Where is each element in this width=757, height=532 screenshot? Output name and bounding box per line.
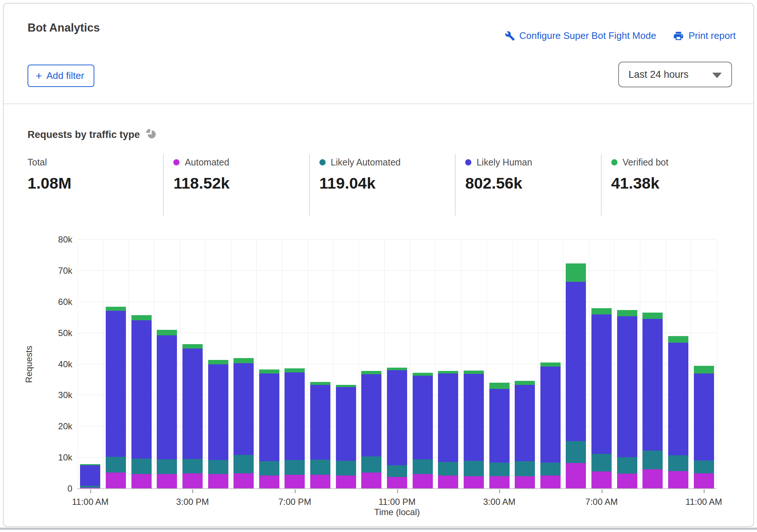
- bar-segment-automated[interactable]: [438, 475, 458, 489]
- bar-segment-likely-human[interactable]: [233, 363, 254, 455]
- bar-segment-automated[interactable]: [617, 474, 637, 489]
- stat-likely-human[interactable]: Likely Human802.56k: [455, 154, 601, 216]
- bar-segment-verified-bot[interactable]: [642, 313, 663, 318]
- bar-segment-likely-human[interactable]: [259, 374, 279, 461]
- bar-segment-automated[interactable]: [259, 475, 279, 489]
- bar-100am[interactable]: [438, 371, 458, 489]
- bar-segment-likely-human[interactable]: [566, 282, 586, 441]
- bar-segment-verified-bot[interactable]: [694, 366, 714, 374]
- add-filter-button[interactable]: + Add filter: [28, 65, 94, 87]
- bar-1100pm[interactable]: [387, 368, 407, 489]
- bar-segment-likely-automated[interactable]: [668, 455, 688, 471]
- bar-segment-automated[interactable]: [489, 476, 510, 489]
- bar-segment-likely-human[interactable]: [489, 389, 510, 462]
- bar-200am[interactable]: [464, 371, 484, 489]
- bar-800pm[interactable]: [310, 382, 330, 489]
- bar-segment-likely-human[interactable]: [464, 374, 484, 461]
- bar-segment-verified-bot[interactable]: [208, 360, 228, 364]
- bar-300am[interactable]: [489, 383, 510, 489]
- bar-700pm[interactable]: [285, 368, 305, 489]
- bar-segment-likely-automated[interactable]: [566, 441, 586, 463]
- bar-segment-automated[interactable]: [208, 474, 228, 489]
- bar-segment-automated[interactable]: [361, 473, 381, 489]
- bar-segment-automated[interactable]: [131, 474, 152, 489]
- bar-segment-likely-automated[interactable]: [464, 461, 484, 476]
- bar-segment-verified-bot[interactable]: [106, 307, 126, 311]
- bar-segment-verified-bot[interactable]: [668, 336, 688, 343]
- bar-segment-automated[interactable]: [413, 474, 433, 489]
- bar-600pm[interactable]: [259, 369, 279, 489]
- bar-1200pm[interactable]: [106, 307, 126, 489]
- bar-1100am[interactable]: [80, 464, 100, 489]
- bar-segment-verified-bot[interactable]: [131, 315, 152, 320]
- bar-segment-automated[interactable]: [540, 475, 561, 489]
- bar-segment-likely-automated[interactable]: [157, 459, 177, 474]
- bar-segment-verified-bot[interactable]: [438, 371, 458, 374]
- bar-segment-automated[interactable]: [157, 474, 177, 489]
- bar-segment-automated[interactable]: [668, 471, 688, 489]
- bar-segment-automated[interactable]: [233, 473, 254, 489]
- bar-segment-automated[interactable]: [515, 476, 535, 489]
- print-report-link[interactable]: Print report: [673, 30, 736, 41]
- bar-segment-likely-automated[interactable]: [259, 461, 279, 475]
- bar-segment-likely-human[interactable]: [591, 314, 612, 454]
- bar-800am[interactable]: [617, 310, 637, 489]
- bar-segment-likely-human[interactable]: [157, 335, 177, 460]
- bar-segment-likely-human[interactable]: [361, 374, 381, 456]
- bar-segment-likely-human[interactable]: [413, 376, 433, 459]
- bar-segment-likely-human[interactable]: [208, 364, 228, 460]
- bar-segment-verified-bot[interactable]: [464, 371, 484, 374]
- bar-segment-likely-automated[interactable]: [336, 461, 356, 475]
- bar-segment-verified-bot[interactable]: [591, 308, 612, 314]
- bar-segment-likely-automated[interactable]: [361, 456, 381, 473]
- bar-segment-verified-bot[interactable]: [361, 371, 381, 374]
- bar-segment-likely-human[interactable]: [285, 372, 305, 460]
- bar-segment-automated[interactable]: [591, 471, 612, 489]
- bar-segment-automated[interactable]: [387, 477, 407, 489]
- bar-segment-automated[interactable]: [182, 473, 203, 489]
- bar-segment-verified-bot[interactable]: [566, 263, 586, 282]
- bar-segment-verified-bot[interactable]: [310, 382, 330, 385]
- bar-segment-likely-automated[interactable]: [642, 451, 663, 469]
- bar-segment-likely-automated[interactable]: [438, 462, 458, 475]
- time-range-dropdown[interactable]: Last 24 hours: [618, 62, 732, 87]
- bar-segment-likely-human[interactable]: [310, 385, 330, 460]
- bar-segment-likely-human[interactable]: [694, 374, 714, 460]
- bar-900pm[interactable]: [336, 385, 356, 489]
- bar-segment-verified-bot[interactable]: [233, 358, 254, 363]
- stat-likely-automated[interactable]: Likely Automated119.04k: [309, 154, 455, 216]
- bar-segment-likely-human[interactable]: [131, 320, 152, 459]
- bar-segment-verified-bot[interactable]: [285, 368, 305, 372]
- bar-segment-likely-automated[interactable]: [106, 457, 126, 473]
- bar-600am[interactable]: [566, 263, 586, 489]
- bar-500am[interactable]: [540, 362, 561, 489]
- bar-100pm[interactable]: [131, 315, 152, 489]
- bar-segment-automated[interactable]: [642, 469, 663, 489]
- bar-segment-likely-automated[interactable]: [540, 463, 561, 476]
- bar-700am[interactable]: [591, 308, 612, 489]
- bar-200pm[interactable]: [157, 330, 177, 489]
- bar-segment-likely-human[interactable]: [80, 465, 100, 485]
- bar-segment-verified-bot[interactable]: [182, 344, 203, 349]
- bar-segment-likely-automated[interactable]: [413, 459, 433, 474]
- bar-segment-automated[interactable]: [106, 473, 126, 489]
- bar-segment-likely-human[interactable]: [336, 387, 356, 461]
- bar-segment-likely-human[interactable]: [540, 367, 561, 462]
- bar-segment-verified-bot[interactable]: [515, 381, 535, 385]
- bar-segment-automated[interactable]: [285, 475, 305, 489]
- bar-segment-likely-automated[interactable]: [285, 460, 305, 475]
- bar-segment-automated[interactable]: [464, 476, 484, 489]
- bar-segment-automated[interactable]: [694, 473, 714, 489]
- bar-900am[interactable]: [642, 313, 663, 489]
- bar-segment-likely-automated[interactable]: [182, 459, 203, 474]
- bar-segment-likely-automated[interactable]: [233, 455, 254, 473]
- bar-segment-likely-human[interactable]: [438, 374, 458, 462]
- bar-segment-verified-bot[interactable]: [157, 330, 177, 335]
- stat-verified-bot[interactable]: Verified bot41.38k: [601, 154, 747, 216]
- bar-segment-likely-automated[interactable]: [515, 461, 535, 476]
- bar-segment-likely-human[interactable]: [387, 370, 407, 465]
- bar-segment-automated[interactable]: [336, 475, 356, 489]
- bar-segment-likely-human[interactable]: [668, 343, 688, 455]
- bar-segment-likely-automated[interactable]: [617, 457, 637, 474]
- bar-segment-verified-bot[interactable]: [259, 369, 279, 374]
